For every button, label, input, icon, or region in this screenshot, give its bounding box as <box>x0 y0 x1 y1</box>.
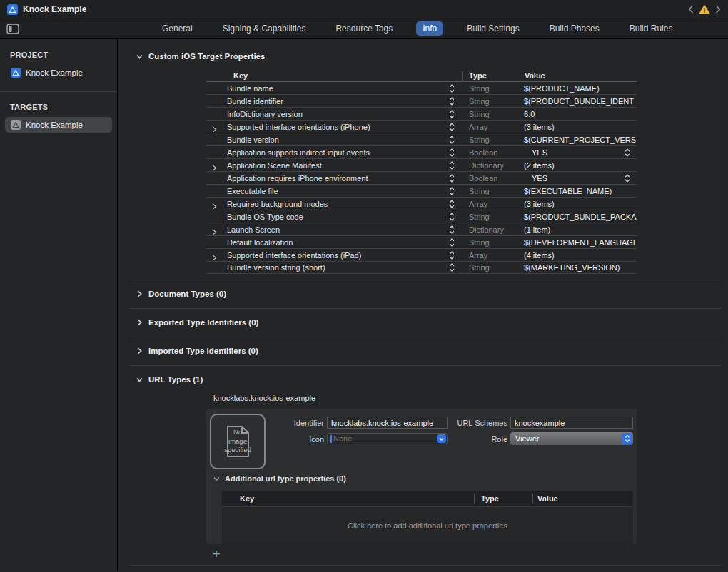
key-stepper-icon[interactable] <box>449 187 455 195</box>
tab-resource-tags[interactable]: Resource Tags <box>329 21 399 36</box>
collapsed-section-imported-type-identifiers-0-[interactable]: Imported Type Identifiers (0) <box>136 346 728 356</box>
add-url-type-button[interactable]: + <box>211 549 222 559</box>
value-stepper-icon[interactable] <box>625 148 630 157</box>
property-key-cell[interactable]: Executable file <box>206 187 462 195</box>
key-stepper-icon[interactable] <box>449 136 455 144</box>
property-value-cell[interactable]: $(EXECUTABLE_NAME) <box>520 187 637 195</box>
property-key-cell[interactable]: Supported interface orientations (iPhone… <box>206 123 462 131</box>
disclosure-chevron-icon[interactable] <box>212 165 217 171</box>
table-row[interactable]: InfoDictionary version String 6.0 <box>206 107 637 120</box>
property-key-cell[interactable]: Supported interface orientations (iPad) <box>206 251 462 260</box>
disclosure-chevron-icon[interactable] <box>212 203 217 210</box>
url-types-section-header[interactable]: URL Types (1) <box>136 374 728 384</box>
chevron-down-icon[interactable] <box>136 377 143 382</box>
property-key-cell[interactable]: Bundle identifier <box>206 97 462 106</box>
property-key-cell[interactable]: Default localization <box>206 238 462 247</box>
disclosure-chevron-icon[interactable] <box>212 255 217 261</box>
tab-general[interactable]: General <box>156 21 199 36</box>
key-stepper-icon[interactable] <box>449 97 455 106</box>
property-value-cell[interactable]: $(PRODUCT_NAME) <box>520 84 637 93</box>
table-row[interactable]: Default localization String $(DEVELOPMEN… <box>206 235 637 248</box>
table-row[interactable]: Application supports indirect input even… <box>206 145 637 158</box>
disclosure-chevron-icon[interactable] <box>212 229 217 235</box>
custom-properties-section-header[interactable]: Custom iOS Target Properties <box>136 51 728 61</box>
tab-info[interactable]: Info <box>416 21 443 36</box>
property-value-cell[interactable]: $(CURRENT_PROJECT_VERS <box>520 136 637 144</box>
collapsed-section-exported-type-identifiers-0-[interactable]: Exported Type Identifiers (0) <box>136 317 728 327</box>
sidebar-item-project[interactable]: Knock Example <box>5 65 112 81</box>
tab-signing-capabilities[interactable]: Signing & Capabilities <box>216 21 313 36</box>
property-value-label: $(DEVELOPMENT_LANGUAGI <box>524 238 635 247</box>
tab-build-phases[interactable]: Build Phases <box>543 21 606 36</box>
property-value-cell[interactable]: $(PRODUCT_BUNDLE_IDENT <box>520 97 637 106</box>
collapsed-section-document-types-0-[interactable]: Document Types (0) <box>136 289 728 299</box>
property-value-cell[interactable]: (4 items) <box>520 251 637 260</box>
property-key-cell[interactable]: Launch Screen <box>206 225 462 234</box>
warning-badge-icon[interactable] <box>699 5 710 14</box>
property-value-label: $(PRODUCT_NAME) <box>524 84 600 93</box>
key-stepper-icon[interactable] <box>449 161 455 170</box>
chevron-right-icon[interactable] <box>136 319 143 326</box>
add-additional-properties-area[interactable]: Click here to add additional url type pr… <box>222 506 633 544</box>
back-chevron-icon[interactable] <box>688 5 694 14</box>
forward-chevron-icon[interactable] <box>715 5 721 14</box>
table-row[interactable]: Bundle name String $(PRODUCT_NAME) <box>206 81 637 94</box>
table-row[interactable]: Supported interface orientations (iPhone… <box>206 120 637 133</box>
key-stepper-icon[interactable] <box>449 84 455 93</box>
property-value-cell[interactable]: $(PRODUCT_BUNDLE_PACKA <box>520 213 637 221</box>
table-row[interactable]: Bundle version string (short) String $(M… <box>206 261 637 274</box>
property-value-cell[interactable]: 6.0 <box>520 110 637 118</box>
property-value-cell[interactable]: (2 items) <box>520 161 637 170</box>
property-value-cell[interactable]: (3 items) <box>520 200 637 208</box>
chevron-right-icon[interactable] <box>136 290 143 297</box>
property-key-cell[interactable]: Application requires iPhone environment <box>206 174 462 183</box>
key-stepper-icon[interactable] <box>449 251 455 260</box>
collapsed-section-label: Imported Type Identifiers (0) <box>148 347 258 355</box>
table-row[interactable]: Launch Screen Dictionary (1 item) <box>206 223 637 235</box>
property-key-cell[interactable]: Bundle OS Type code <box>206 213 462 221</box>
key-stepper-icon[interactable] <box>449 174 455 183</box>
tab-build-rules[interactable]: Build Rules <box>623 21 679 36</box>
property-key-cell[interactable]: Application Scene Manifest <box>206 161 462 170</box>
sidebar-item-target[interactable]: Knock Example <box>5 117 112 133</box>
property-value-cell[interactable]: $(MARKETING_VERSION) <box>520 263 637 272</box>
key-stepper-icon[interactable] <box>449 263 455 272</box>
table-row[interactable]: Required background modes Array (3 items… <box>206 197 637 210</box>
table-row[interactable]: Bundle version String $(CURRENT_PROJECT_… <box>206 133 637 145</box>
sidebar-toggle-icon[interactable] <box>6 24 19 34</box>
property-key-cell[interactable]: Required background modes <box>206 200 462 208</box>
property-value-cell[interactable]: YES <box>520 148 637 157</box>
table-row[interactable]: Bundle OS Type code String $(PRODUCT_BUN… <box>206 210 637 223</box>
value-stepper-icon[interactable] <box>625 174 630 183</box>
property-key-cell[interactable]: InfoDictionary version <box>206 110 462 118</box>
property-value-cell[interactable]: (3 items) <box>520 123 637 131</box>
property-value-cell[interactable]: (1 item) <box>520 225 637 234</box>
role-popup-button[interactable]: Viewer <box>510 432 633 445</box>
popup-stepper-icon[interactable] <box>622 433 632 444</box>
disclosure-chevron-icon[interactable] <box>212 126 217 133</box>
key-stepper-icon[interactable] <box>449 123 455 131</box>
chevron-down-icon[interactable] <box>136 54 143 59</box>
property-key-cell[interactable]: Application supports indirect input even… <box>206 148 462 157</box>
property-key-cell[interactable]: Bundle version <box>206 136 462 144</box>
table-row[interactable]: Executable file String $(EXECUTABLE_NAME… <box>206 184 637 197</box>
table-row[interactable]: Application requires iPhone environment … <box>206 171 637 184</box>
url-schemes-field[interactable] <box>510 417 633 429</box>
chevron-down-icon[interactable] <box>213 476 220 481</box>
table-row[interactable]: Supported interface orientations (iPad) … <box>206 248 637 261</box>
property-key-cell[interactable]: Bundle version string (short) <box>206 263 462 272</box>
property-value-cell[interactable]: $(DEVELOPMENT_LANGUAGI <box>520 238 637 247</box>
property-key-cell[interactable]: Bundle name <box>206 84 462 93</box>
key-stepper-icon[interactable] <box>449 225 455 234</box>
additional-properties-header[interactable]: Additional url type properties (0) <box>213 474 346 483</box>
key-stepper-icon[interactable] <box>449 110 455 118</box>
key-stepper-icon[interactable] <box>449 200 455 208</box>
chevron-right-icon[interactable] <box>136 347 143 354</box>
key-stepper-icon[interactable] <box>449 213 455 221</box>
table-row[interactable]: Application Scene Manifest Dictionary (2… <box>206 158 637 171</box>
property-value-cell[interactable]: YES <box>520 174 637 183</box>
key-stepper-icon[interactable] <box>449 148 455 157</box>
key-stepper-icon[interactable] <box>449 238 455 247</box>
table-row[interactable]: Bundle identifier String $(PRODUCT_BUNDL… <box>206 94 637 107</box>
tab-build-settings[interactable]: Build Settings <box>460 21 525 36</box>
